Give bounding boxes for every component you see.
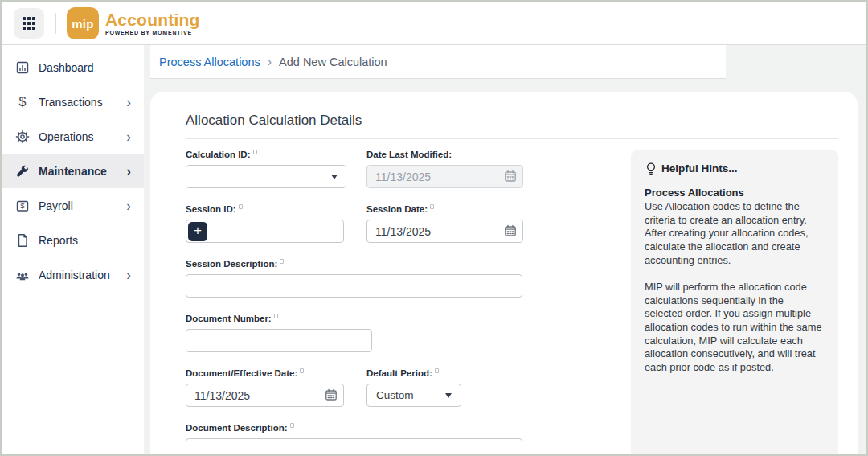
hints-subtitle: Process Allocations: [645, 187, 825, 199]
sidebar-item-administration[interactable]: Administration ›: [2, 257, 144, 292]
main-area: Process Allocations › Add New Calculatio…: [150, 45, 866, 454]
dollar-icon: $: [14, 95, 31, 109]
grid-icon: [23, 17, 35, 30]
breadcrumb-current: Add New Calculation: [279, 55, 387, 68]
chevron-right-icon: ›: [126, 129, 131, 144]
document-number-input[interactable]: [186, 329, 372, 352]
sidebar-nav: Dashboard $ Transactions › Operat: [2, 45, 144, 454]
document-description-input[interactable]: [186, 438, 522, 456]
sidebar-item-label: Payroll: [39, 199, 126, 212]
required-indicator: [435, 368, 439, 373]
title-divider: [186, 138, 838, 139]
app-launcher-button[interactable]: [14, 8, 44, 39]
date-last-modified-label: Date Last Modified:: [366, 150, 523, 159]
chevron-right-icon: ›: [126, 163, 131, 179]
chevron-right-icon: ›: [126, 198, 131, 213]
svg-text:$: $: [20, 201, 25, 210]
sidebar-item-dashboard[interactable]: Dashboard: [2, 50, 144, 84]
hints-title-text: Helpful Hints...: [661, 162, 738, 175]
session-date-input[interactable]: [366, 220, 523, 243]
sidebar-item-label: Operations: [39, 130, 126, 143]
hints-paragraph-1: Use Allocation codes to define the crite…: [645, 200, 825, 267]
session-description-input[interactable]: [186, 274, 522, 298]
calculation-id-input[interactable]: [186, 165, 346, 188]
session-id-input[interactable]: [186, 220, 344, 243]
sidebar-item-payroll[interactable]: $ Payroll ›: [2, 188, 144, 223]
required-indicator: [274, 314, 278, 318]
sidebar-item-reports[interactable]: Reports: [2, 223, 144, 257]
dropdown-caret-icon: [445, 393, 452, 398]
session-date-label: Session Date:: [366, 204, 523, 214]
dashboard-icon: [14, 60, 31, 75]
document-effective-date-input[interactable]: [186, 384, 344, 407]
people-icon: [14, 268, 31, 282]
document-number-label: Document Number:: [186, 314, 372, 323]
header-divider: [55, 13, 56, 34]
sidebar-item-label: Maintenance: [39, 165, 126, 178]
required-indicator: [280, 259, 284, 264]
required-indicator: [290, 423, 294, 428]
app-header: mip Accounting POWERED BY MOMENTIVE: [2, 2, 866, 45]
calendar-icon[interactable]: [504, 224, 517, 240]
required-indicator: [239, 204, 243, 209]
required-indicator: [253, 150, 257, 154]
lightbulb-icon: [645, 162, 657, 175]
page-title: Allocation Calculation Details: [186, 113, 838, 129]
calendar-icon[interactable]: [325, 388, 338, 405]
mip-logo: mip: [67, 7, 99, 39]
app-tagline: POWERED BY MOMENTIVE: [105, 30, 200, 35]
app-window: mip Accounting POWERED BY MOMENTIVE Dash…: [0, 0, 868, 456]
wrench-icon: [14, 164, 31, 179]
date-last-modified-input: [366, 165, 523, 188]
add-session-button[interactable]: +: [188, 222, 207, 241]
brand-block: Accounting POWERED BY MOMENTIVE: [105, 11, 200, 35]
document-description-label: Document Description:: [186, 423, 522, 433]
gear-icon: [14, 129, 31, 144]
chevron-right-icon: ›: [126, 267, 131, 282]
session-description-label: Session Description:: [186, 259, 522, 269]
breadcrumb-parent-link[interactable]: Process Allocations: [159, 55, 260, 68]
hints-paragraph-2: MIP will perform the allocation code cal…: [645, 281, 825, 374]
sidebar-item-operations[interactable]: Operations ›: [2, 119, 144, 154]
helpful-hints-panel: Helpful Hints... Process Allocations Use…: [631, 150, 838, 456]
sidebar-item-transactions[interactable]: $ Transactions ›: [2, 84, 144, 119]
calendar-icon: [504, 170, 517, 186]
allocation-form: Calculation ID: Date Last Modified:: [186, 150, 531, 456]
app-title: Accounting: [105, 11, 200, 29]
allocation-details-card: Allocation Calculation Details Calculati…: [150, 92, 858, 456]
calculation-id-label: Calculation ID:: [186, 150, 366, 159]
sidebar-item-label: Dashboard: [39, 61, 131, 74]
hints-title: Helpful Hints...: [645, 162, 825, 175]
default-period-select[interactable]: Custom: [366, 384, 461, 407]
sidebar-item-label: Administration: [39, 269, 126, 281]
default-period-label: Default Period:: [366, 368, 461, 378]
document-effective-date-label: Document/Effective Date:: [186, 368, 366, 378]
required-indicator: [300, 368, 304, 373]
sidebar-item-maintenance[interactable]: Maintenance ›: [2, 154, 144, 188]
breadcrumb: Process Allocations › Add New Calculatio…: [150, 45, 726, 79]
default-period-value: Custom: [376, 389, 414, 401]
chevron-right-icon: ›: [126, 94, 131, 109]
required-indicator: [430, 204, 434, 209]
session-id-label: Session ID:: [186, 204, 366, 214]
sidebar-item-label: Transactions: [39, 96, 126, 109]
payroll-icon: $: [14, 199, 31, 213]
sidebar-item-label: Reports: [39, 234, 131, 247]
document-icon: [14, 233, 31, 248]
breadcrumb-separator-icon: ›: [268, 55, 272, 69]
